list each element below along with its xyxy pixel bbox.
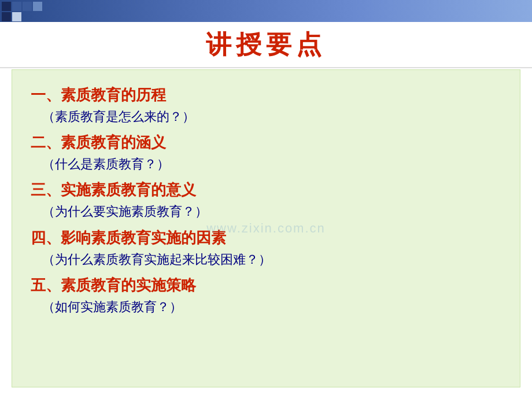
slide-container: 讲授要点 www.zixin.com.cn 一、素质教育的历程 （素质教育是怎么… <box>0 0 532 399</box>
item-3-subtitle: （为什么要实施素质教育？） <box>31 201 501 221</box>
list-item: 五、素质教育的实施策略 （如何实施素质教育？） <box>31 274 501 317</box>
content-area: www.zixin.com.cn 一、素质教育的历程 （素质教育是怎么来的？） … <box>12 69 520 387</box>
list-item: 一、素质教育的历程 （素质教育是怎么来的？） <box>31 84 501 127</box>
item-4-subtitle: （为什么素质教育实施起来比较困难？） <box>31 249 501 269</box>
page-title: 讲授要点 <box>206 28 326 62</box>
item-5-subtitle: （如何实施素质教育？） <box>31 297 501 317</box>
sq1 <box>2 2 11 11</box>
item-1-subtitle: （素质教育是怎么来的？） <box>31 106 501 127</box>
item-2-heading: 二、素质教育的涵义 <box>31 131 501 154</box>
sq4 <box>33 2 42 11</box>
title-section: 讲授要点 <box>0 22 532 68</box>
item-3-heading: 三、实施素质教育的意义 <box>31 179 501 201</box>
sq2 <box>12 2 21 11</box>
item-5-heading: 五、素质教育的实施策略 <box>31 274 501 297</box>
list-item: 二、素质教育的涵义 （什么是素质教育？） <box>31 131 501 174</box>
sq3 <box>23 2 32 11</box>
sq6 <box>12 12 21 21</box>
header-squares <box>0 0 46 22</box>
item-4-heading: 四、影响素质教育实施的因素 <box>31 227 501 249</box>
sq5 <box>2 12 11 21</box>
header-bar <box>0 0 532 22</box>
item-1-heading: 一、素质教育的历程 <box>31 84 501 106</box>
item-2-subtitle: （什么是素质教育？） <box>31 154 501 174</box>
list-item: 四、影响素质教育实施的因素 （为什么素质教育实施起来比较困难？） <box>31 227 501 269</box>
list-item: 三、实施素质教育的意义 （为什么要实施素质教育？） <box>31 179 501 221</box>
